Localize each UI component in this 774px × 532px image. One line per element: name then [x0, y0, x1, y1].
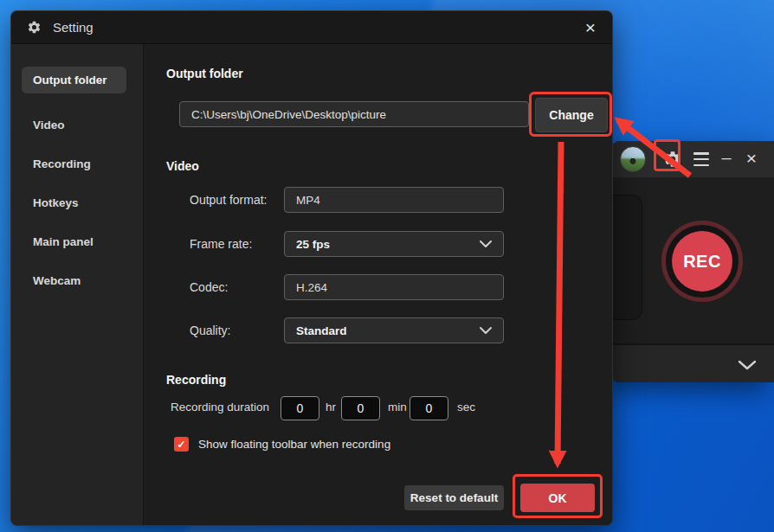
- video-heading: Video: [166, 159, 199, 173]
- frame-rate-value: 25 fps: [296, 238, 330, 251]
- chevron-down-icon: [480, 240, 492, 247]
- sidebar-item-hotkeys[interactable]: Hotkeys: [11, 183, 143, 222]
- reset-to-default-button[interactable]: Reset to default: [404, 485, 504, 510]
- annotation-box-ok: [513, 474, 603, 518]
- quality-value: Standard: [296, 324, 347, 337]
- frame-rate-select[interactable]: 25 fps: [284, 231, 504, 257]
- quality-select[interactable]: Standard: [284, 317, 504, 343]
- recorder-body: REC: [611, 177, 774, 343]
- menu-hamburger-icon[interactable]: [693, 152, 709, 166]
- min-label: min: [388, 401, 407, 413]
- sidebar-item-webcam[interactable]: Webcam: [11, 261, 143, 300]
- duration-seconds-input[interactable]: [410, 396, 448, 420]
- duration-hours-input[interactable]: [281, 396, 319, 420]
- settings-sidebar: Output folder Video Recording Hotkeys Ma…: [11, 44, 144, 526]
- sidebar-item-recording[interactable]: Recording: [11, 144, 143, 183]
- codec-label: Codec:: [190, 280, 228, 294]
- output-folder-heading: Output folder: [166, 67, 243, 80]
- recorder-main-window: – × REC: [611, 141, 774, 382]
- codec-field[interactable]: H.264: [284, 274, 504, 300]
- sec-label: sec: [457, 401, 475, 413]
- window-title: Setting: [53, 20, 94, 35]
- record-button[interactable]: REC: [661, 221, 743, 302]
- sidebar-item-output-folder[interactable]: Output folder: [22, 67, 126, 93]
- codec-value: H.264: [296, 281, 327, 294]
- check-icon: ✓: [177, 439, 185, 451]
- output-format-label: Output format:: [190, 193, 267, 207]
- annotation-box-gear: [654, 139, 680, 171]
- output-format-field[interactable]: MP4: [284, 187, 504, 213]
- floating-toolbar-checkbox[interactable]: ✓: [174, 437, 189, 452]
- user-avatar[interactable]: [620, 146, 646, 172]
- minimize-button[interactable]: –: [719, 148, 734, 169]
- gear-icon: [27, 20, 42, 35]
- close-button[interactable]: ×: [743, 148, 760, 169]
- recorder-bottom-bar: [611, 343, 774, 382]
- output-folder-path-input[interactable]: [179, 101, 529, 127]
- record-button-label: REC: [672, 231, 732, 292]
- frame-rate-label: Frame rate:: [190, 237, 252, 251]
- quality-label: Quality:: [190, 324, 230, 337]
- chevron-down-icon[interactable]: [738, 360, 757, 370]
- chevron-down-icon: [480, 327, 492, 334]
- hr-label: hr: [326, 401, 336, 413]
- floating-toolbar-checkbox-label: Show floating toolbar when recording: [198, 438, 390, 451]
- recording-duration-label: Recording duration: [171, 401, 269, 413]
- settings-titlebar: Setting ×: [11, 11, 612, 44]
- output-format-value: MP4: [296, 194, 320, 207]
- annotation-box-change: [529, 92, 612, 137]
- recorder-titlebar: – ×: [611, 141, 774, 177]
- sidebar-item-video[interactable]: Video: [11, 106, 143, 144]
- recording-heading: Recording: [166, 373, 226, 387]
- duration-minutes-input[interactable]: [341, 396, 380, 420]
- sidebar-item-main-panel[interactable]: Main panel: [11, 222, 143, 261]
- settings-dialog: Setting × Output folder Video Recording …: [10, 10, 613, 526]
- recorder-side-panel: [611, 195, 642, 320]
- close-icon[interactable]: ×: [579, 16, 602, 40]
